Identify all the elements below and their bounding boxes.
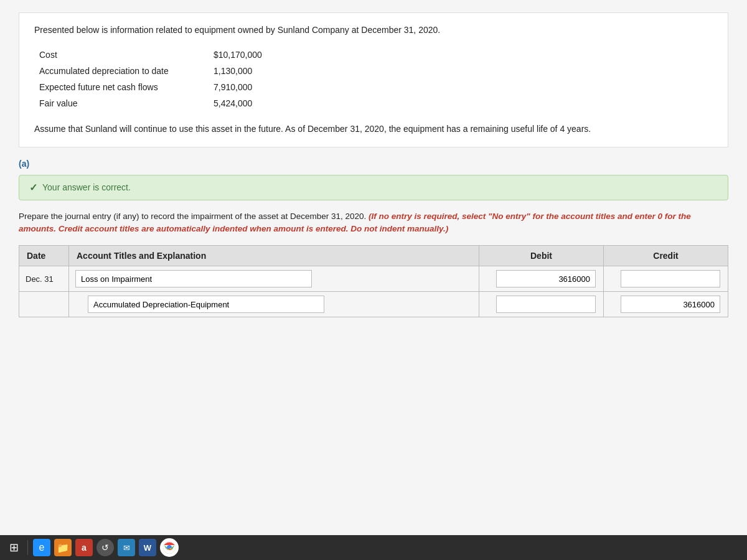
- page-container: Presented below is information related t…: [0, 0, 747, 535]
- word-icon: W: [144, 543, 151, 553]
- col-header-date: Date: [19, 246, 69, 266]
- account-input-1[interactable]: [88, 296, 324, 313]
- info-value: 7,910,000: [209, 79, 308, 95]
- chrome-button[interactable]: [160, 538, 179, 557]
- info-label: Cost: [34, 47, 209, 63]
- info-row: Fair value 5,424,000: [34, 95, 713, 111]
- journal-date-cell: Dec. 31: [19, 266, 69, 292]
- part-label: (a): [19, 159, 728, 169]
- col-header-debit: Debit: [479, 246, 604, 266]
- mail-button[interactable]: ✉: [118, 539, 135, 556]
- col-header-credit: Credit: [604, 246, 728, 266]
- journal-credit-cell[interactable]: [604, 292, 728, 317]
- instruction-normal: Prepare the journal entry (if any) to re…: [19, 212, 366, 221]
- chrome-icon: [162, 540, 177, 555]
- folder-icon: 📁: [57, 542, 69, 554]
- windows-start-button[interactable]: ⊞: [5, 539, 22, 556]
- taskbar-divider-1: [27, 540, 28, 555]
- instruction-text: Prepare the journal entry (if any) to re…: [19, 210, 728, 236]
- correct-banner: ✓ Your answer is correct.: [19, 175, 728, 200]
- info-table: Cost $10,170,000 Accumulated depreciatio…: [34, 47, 713, 111]
- debit-input-1[interactable]: [496, 296, 596, 313]
- journal-account-cell[interactable]: [69, 266, 479, 292]
- journal-table: Date Account Titles and Explanation Debi…: [19, 245, 728, 317]
- checkmark-icon: ✓: [29, 182, 37, 194]
- mail-icon: ✉: [123, 543, 130, 553]
- journal-debit-cell[interactable]: [479, 266, 604, 292]
- journal-row: Dec. 31: [19, 266, 728, 292]
- journal-row: [19, 292, 728, 317]
- info-row: Accumulated depreciation to date 1,130,0…: [34, 63, 713, 79]
- intro-text: Presented below is information related t…: [34, 24, 713, 37]
- credit-input-0[interactable]: [621, 270, 720, 287]
- correct-message: Your answer is correct.: [42, 182, 131, 192]
- info-section: Presented below is information related t…: [19, 12, 728, 147]
- journal-date-cell: [19, 292, 69, 317]
- journal-credit-cell[interactable]: [604, 266, 728, 292]
- windows-icon: ⊞: [9, 541, 19, 554]
- info-value: 1,130,000: [209, 63, 308, 79]
- word-button[interactable]: W: [139, 539, 156, 556]
- taskbar: ⊞ e 📁 a ↺ ✉ W: [0, 535, 747, 560]
- info-value: $10,170,000: [209, 47, 308, 63]
- info-label: Fair value: [34, 95, 209, 111]
- file-explorer-button[interactable]: 📁: [54, 539, 72, 556]
- info-value: 5,424,000: [209, 95, 308, 111]
- info-label: Expected future net cash flows: [34, 79, 209, 95]
- refresh-icon: ↺: [101, 543, 109, 553]
- app-a-button[interactable]: a: [75, 539, 93, 556]
- ie-icon: e: [39, 542, 45, 553]
- info-row: Cost $10,170,000: [34, 47, 713, 63]
- info-label: Accumulated depreciation to date: [34, 63, 209, 79]
- refresh-button[interactable]: ↺: [96, 539, 114, 556]
- assume-text: Assume that Sunland will continue to use…: [34, 123, 713, 136]
- a-icon: a: [82, 543, 87, 553]
- account-input-0[interactable]: [75, 270, 312, 287]
- debit-input-0[interactable]: [496, 270, 596, 287]
- journal-debit-cell[interactable]: [479, 292, 604, 317]
- journal-account-cell[interactable]: [69, 292, 479, 317]
- col-header-account: Account Titles and Explanation: [69, 246, 479, 266]
- ie-button[interactable]: e: [33, 539, 50, 556]
- info-row: Expected future net cash flows 7,910,000: [34, 79, 713, 95]
- credit-input-1[interactable]: [621, 296, 720, 313]
